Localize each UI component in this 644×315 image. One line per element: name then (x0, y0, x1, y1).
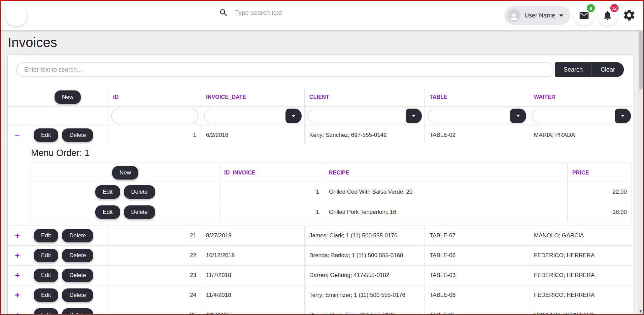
edit-button[interactable]: Edit (34, 249, 58, 262)
header-expand-col (8, 88, 27, 106)
dropdown-arrow-icon (621, 115, 625, 117)
delete-button[interactable]: Delete (62, 308, 93, 315)
expand-toggle[interactable]: + (8, 246, 27, 265)
cell-id: 25 (108, 305, 201, 315)
column-header-invoice-date[interactable]: INVOICE_DATE (201, 88, 305, 106)
table-row: + Edit Delete 25 4/17/2018 Stacey; Cereg… (8, 305, 634, 315)
expand-icon: + (15, 232, 20, 240)
cell-client: James; Clark; 1 (11) 500 555-0176 (305, 226, 425, 245)
cell-waiter: FEDERICO; HERRERA (529, 266, 634, 285)
detail-new-button[interactable]: New (112, 166, 138, 180)
vertical-scrollbar[interactable]: ▼ (638, 30, 643, 314)
detail-column-header-id-invoice[interactable]: ID_INVOICE (219, 163, 324, 182)
detail-column-header-recipe[interactable]: RECIPE (324, 163, 568, 182)
cell-table: TABLE-05 (425, 305, 529, 315)
detail-row: Edit Delete 1 Grilled Cod With Salsa Ver… (31, 182, 632, 202)
filter-cell-id (108, 107, 201, 125)
global-search-input[interactable] (235, 9, 346, 16)
expand-icon: + (15, 291, 20, 299)
scrollbar-thumb[interactable] (639, 31, 643, 90)
filter-command-col (27, 107, 108, 125)
search-button[interactable]: Search (555, 62, 592, 77)
table-row: − Edit Delete 1 6/2/2018 Keny; Sánchez; … (8, 125, 634, 145)
delete-button[interactable]: Delete (62, 269, 93, 282)
cell-id: 1 (108, 125, 201, 145)
menu-button[interactable] (5, 4, 27, 26)
page-title: Invoices (8, 35, 643, 50)
cell-client: Keny; Sánchez; 697-555-0142 (305, 125, 425, 145)
delete-button[interactable]: Delete (62, 128, 93, 142)
column-header-waiter[interactable]: WAITER (529, 88, 634, 106)
edit-button[interactable]: Edit (34, 308, 58, 315)
detail-header-command-col: New (31, 163, 219, 182)
table-row: + Edit Delete 23 11/7/2018 Darren; Gehri… (8, 266, 634, 285)
row-commands: Edit Delete (27, 285, 108, 305)
settings-button[interactable] (621, 7, 637, 24)
row-commands: Edit Delete (27, 266, 108, 285)
detail-header-row: New ID_INVOICE RECIPE PRICE (31, 163, 632, 182)
detail-column-header-price[interactable]: PRICE (568, 163, 632, 182)
column-header-id[interactable]: ID (108, 88, 201, 106)
edit-button[interactable]: Edit (34, 229, 58, 242)
scrollbar-down-arrow[interactable]: ▼ (639, 309, 643, 314)
notifications-badge: 12 (610, 4, 618, 12)
filter-row (8, 107, 634, 125)
detail-edit-button[interactable]: Edit (95, 205, 120, 219)
filter-cell-client (305, 107, 425, 125)
cell-waiter: MARIA; PRADA (529, 125, 634, 145)
filter-client-dropdown-button[interactable] (406, 109, 422, 123)
expand-toggle[interactable]: + (8, 226, 27, 245)
detail-edit-button[interactable]: Edit (95, 185, 120, 199)
grid-search-input[interactable] (16, 62, 554, 77)
detail-title: Menu Order: 1 (31, 146, 632, 160)
cell-invoice-date: 10/12/2018 (201, 246, 305, 265)
cell-client: Stacey; Cereghino; 351-555-0131 (305, 305, 425, 315)
filter-invoice-date-dropdown-button[interactable] (285, 109, 302, 123)
avatar (508, 9, 520, 22)
messages-button[interactable]: 8 (574, 5, 594, 26)
column-header-client[interactable]: CLIENT (305, 88, 425, 106)
cell-client: Brenda; Barlow; 1 (11) 500 555-0168 (305, 246, 425, 265)
filter-cell-table (425, 107, 529, 125)
detail-delete-button[interactable]: Delete (124, 205, 155, 219)
cell-recipe: Grilled Pork Tenderloin; 16 (324, 202, 568, 222)
filter-client-input[interactable] (308, 109, 421, 123)
detail-delete-button[interactable]: Delete (124, 185, 155, 199)
detail-section: Menu Order: 1 New ID_INVOICE RECIPE PRIC… (8, 145, 634, 226)
table-row: + Edit Delete 21 8/27/2018 James; Clark;… (8, 226, 634, 246)
detail-row-commands: Edit Delete (31, 182, 219, 202)
filter-id-input[interactable] (112, 109, 198, 123)
delete-button[interactable]: Delete (62, 249, 93, 262)
edit-button[interactable]: Edit (34, 128, 58, 142)
delete-button[interactable]: Delete (62, 288, 93, 302)
expand-icon: + (15, 251, 20, 260)
bell-icon (602, 10, 613, 21)
user-menu-button[interactable]: User Name (504, 6, 571, 25)
edit-button[interactable]: Edit (34, 269, 58, 282)
table-row: + Edit Delete 24 11/4/2018 Terry; Eminhi… (8, 285, 634, 305)
collapse-toggle[interactable]: − (8, 125, 27, 145)
expand-toggle[interactable]: + (8, 285, 27, 305)
detail-row-commands: Edit Delete (31, 202, 219, 222)
delete-button[interactable]: Delete (62, 229, 93, 242)
cell-client: Terry; Eminhizer; 1 (11) 500 555-0176 (305, 285, 425, 305)
search-icon (219, 8, 228, 17)
new-button[interactable]: New (55, 90, 81, 104)
cell-invoice-date: 11/7/2018 (201, 266, 305, 285)
filter-table-dropdown-button[interactable] (510, 109, 526, 123)
notifications-button[interactable]: 12 (598, 5, 618, 26)
cell-table: TABLE-03 (425, 266, 529, 285)
clear-button[interactable]: Clear (592, 62, 624, 77)
header-command-col: New (27, 88, 108, 106)
app-window: User Name 8 12 Invoice (0, 0, 644, 315)
column-header-table[interactable]: TABLE (425, 88, 529, 106)
search-button-group: Search Clear (555, 62, 624, 77)
cell-waiter: FEDERICO; HERRERA (529, 285, 634, 305)
expand-toggle[interactable]: + (8, 266, 27, 285)
chevron-down-icon (559, 14, 563, 17)
user-name-label: User Name (524, 12, 555, 19)
filter-waiter-dropdown-button[interactable] (615, 109, 631, 123)
edit-button[interactable]: Edit (34, 288, 58, 302)
invoices-panel: Search Clear New ID INVOICE_DATE CLIENT … (8, 55, 634, 315)
expand-toggle[interactable]: + (8, 305, 27, 315)
